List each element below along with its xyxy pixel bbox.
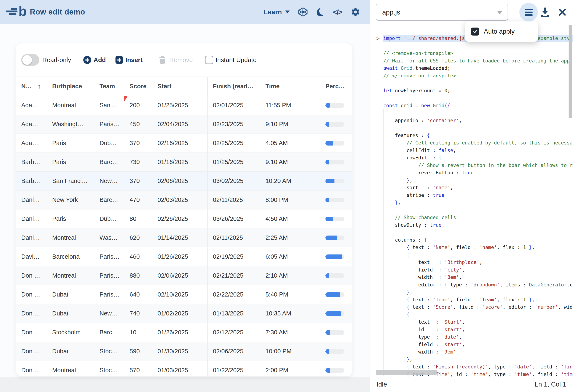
cell-score[interactable]: 570 <box>124 361 152 376</box>
cell-percent[interactable] <box>320 304 352 323</box>
cell-team[interactable]: New… <box>94 172 124 190</box>
cell-start[interactable]: 02/06/2025 <box>152 266 208 285</box>
cell-percent[interactable] <box>320 323 352 342</box>
readonly-toggle[interactable] <box>21 54 39 66</box>
cell-score[interactable]: 370 <box>124 172 152 190</box>
add-button[interactable]: Add <box>83 56 106 64</box>
column-header-percent[interactable]: Perc… <box>320 77 352 96</box>
cell-time[interactable]: 6:05 AM <box>260 247 320 266</box>
cell-finish[interactable]: 01/13/2025 <box>208 304 260 323</box>
cell-time[interactable]: 10:35 AM <box>260 304 320 323</box>
cell-score[interactable]: 200 <box>124 96 152 115</box>
cell-start[interactable]: 02/10/2025 <box>152 285 208 304</box>
fold-arrow-icon[interactable]: > <box>376 35 380 42</box>
cell-start[interactable]: 01/30/2025 <box>152 342 208 361</box>
cell-name[interactable]: Don … <box>16 285 47 304</box>
cell-team[interactable]: New… <box>94 304 124 323</box>
cell-percent[interactable] <box>320 134 352 152</box>
cell-start[interactable]: 02/03/2025 <box>152 191 208 209</box>
cell-finish[interactable]: 02/19/2025 <box>208 247 260 266</box>
cell-team[interactable]: Was… <box>94 228 124 247</box>
cell-name[interactable]: Ada… <box>16 115 47 134</box>
cell-finish[interactable]: 03/26/2025 <box>208 210 260 228</box>
cell-start[interactable]: 01/14/2025 <box>152 228 208 247</box>
cell-name[interactable]: Ada… <box>16 134 47 152</box>
view-code-button[interactable]: </> <box>332 7 342 17</box>
cell-time[interactable]: 9:10 AM <box>260 153 320 171</box>
cell-time[interactable]: 4:05 AM <box>260 134 320 152</box>
cell-finish[interactable]: 02/06/2025 <box>208 342 260 361</box>
cell-score[interactable]: 730 <box>124 153 152 171</box>
settings-button[interactable] <box>350 7 360 17</box>
cell-finish[interactable]: 02/21/2025 <box>208 266 260 285</box>
vertical-scrollbar[interactable] <box>569 25 572 118</box>
cell-birthplace[interactable]: Montreal <box>47 228 94 247</box>
cell-time[interactable]: 2:25 AM <box>260 228 320 247</box>
cell-start[interactable]: 02/04/2025 <box>152 115 208 134</box>
cell-name[interactable]: Don … <box>16 342 47 361</box>
column-header-score[interactable]: Score <box>124 77 152 96</box>
file-selector[interactable]: app.js <box>376 4 508 21</box>
learn-menu[interactable]: Learn <box>264 0 290 24</box>
column-header-name[interactable]: N…↑ <box>16 77 47 96</box>
cell-finish[interactable]: 02/22/2025 <box>208 285 260 304</box>
bryntum-logo[interactable]: b <box>6 5 29 19</box>
cell-name[interactable]: Don … <box>16 266 47 285</box>
cell-score[interactable]: 620 <box>124 228 152 247</box>
cell-finish[interactable]: 02/01/2025 <box>208 96 260 115</box>
cell-finish[interactable]: 02/11/2025 <box>208 228 260 247</box>
cell-team[interactable]: Stoc… <box>94 342 124 361</box>
cell-team[interactable]: Barc… <box>94 191 124 209</box>
cell-team[interactable]: San … <box>94 96 124 115</box>
cell-percent[interactable] <box>320 285 352 304</box>
cell-start[interactable]: 01/26/2025 <box>152 247 208 266</box>
cell-start[interactable]: 01/25/2025 <box>152 96 208 115</box>
cell-name[interactable]: Ada… <box>16 96 47 115</box>
cell-score[interactable]: 740 <box>124 304 152 323</box>
cell-score[interactable]: 470 <box>124 191 152 209</box>
cell-score[interactable]: 880 <box>124 266 152 285</box>
cell-finish[interactable]: 01/25/2025 <box>208 153 260 171</box>
cell-birthplace[interactable]: Stockholm <box>47 323 94 342</box>
codepen-button[interactable] <box>298 7 308 17</box>
column-header-time[interactable]: Time <box>260 77 320 96</box>
cell-birthplace[interactable]: Paris <box>47 153 94 171</box>
cell-percent[interactable] <box>320 210 352 228</box>
cell-percent[interactable] <box>320 342 352 361</box>
cell-birthplace[interactable]: Montreal <box>47 361 94 376</box>
cell-team[interactable]: Barc… <box>94 153 124 171</box>
cell-time[interactable]: 11:55 PM <box>260 96 320 115</box>
code-editor[interactable]: import '../_shared/shared.js'; // note: … <box>383 35 573 376</box>
cell-percent[interactable] <box>320 96 352 115</box>
cell-finish[interactable]: 03/02/2025 <box>208 172 260 190</box>
cell-percent[interactable] <box>320 191 352 209</box>
cell-time[interactable]: 9:10 PM <box>260 115 320 134</box>
cell-finish[interactable]: 01/22/2025 <box>208 361 260 376</box>
cell-name[interactable]: Barb… <box>16 172 47 190</box>
cell-percent[interactable] <box>320 247 352 266</box>
cell-time[interactable]: 2:00 PM <box>260 361 320 376</box>
cell-time[interactable]: 10:00 PM <box>260 342 320 361</box>
cell-percent[interactable] <box>320 266 352 285</box>
column-header-team[interactable]: Team <box>94 77 124 96</box>
cell-team[interactable]: Dub… <box>94 134 124 152</box>
cell-score[interactable]: 640 <box>124 285 152 304</box>
insert-button[interactable]: Insert <box>115 56 143 64</box>
cell-team[interactable]: Paris… <box>94 266 124 285</box>
cell-team[interactable]: Barc… <box>94 323 124 342</box>
cell-start[interactable]: 01/03/2025 <box>152 361 208 376</box>
cell-percent[interactable] <box>320 172 352 190</box>
cell-team[interactable]: Stoc… <box>94 361 124 376</box>
cell-score[interactable]: 450 <box>124 115 152 134</box>
cell-time[interactable]: 2:10 AM <box>260 266 320 285</box>
column-header-start[interactable]: Start <box>152 77 208 96</box>
cell-team[interactable]: Paris… <box>94 115 124 134</box>
cell-name[interactable]: Don … <box>16 361 47 376</box>
cell-start[interactable]: 02/26/2025 <box>152 210 208 228</box>
cell-finish[interactable]: 02/23/2025 <box>208 115 260 134</box>
cell-birthplace[interactable]: Montreal <box>47 96 94 115</box>
cell-start[interactable]: 01/02/2025 <box>152 304 208 323</box>
close-panel-button[interactable] <box>557 7 568 18</box>
cell-birthplace[interactable]: San Franci… <box>47 172 94 190</box>
cell-birthplace[interactable]: New York <box>47 191 94 209</box>
